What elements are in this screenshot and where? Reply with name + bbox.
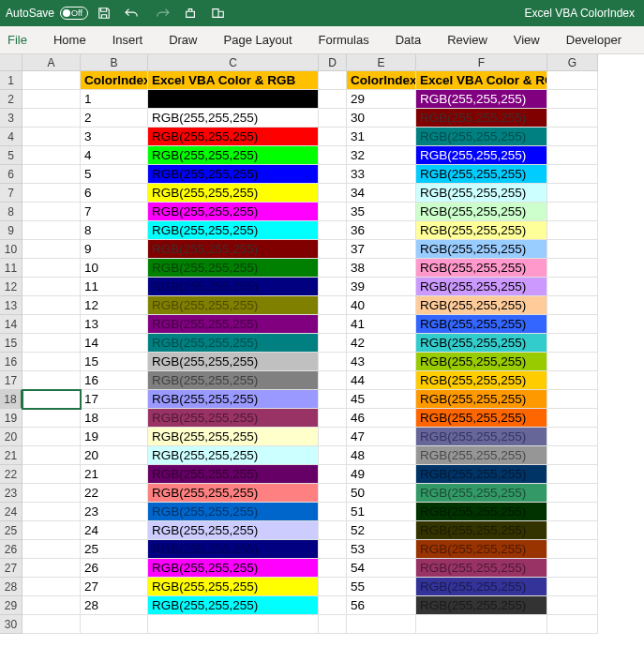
cell[interactable]: 14 xyxy=(81,334,148,353)
cell[interactable]: RGB(255,255,255) xyxy=(148,146,319,165)
cell[interactable]: 12 xyxy=(81,296,148,315)
cell[interactable]: 30 xyxy=(347,109,416,128)
undo-icon[interactable] xyxy=(124,7,141,20)
row-header[interactable]: 2 xyxy=(0,90,22,109)
cell[interactable]: RGB(255,255,255) xyxy=(416,240,547,259)
cell[interactable]: RGB(255,255,255) xyxy=(148,296,319,315)
row-header[interactable]: 25 xyxy=(0,521,22,540)
cell[interactable]: 33 xyxy=(347,165,416,184)
cell[interactable] xyxy=(148,615,319,634)
cell[interactable] xyxy=(319,521,347,540)
cell[interactable]: RGB(255,255,255) xyxy=(416,296,547,315)
tab-home[interactable]: Home xyxy=(53,33,86,47)
cell[interactable] xyxy=(547,146,598,165)
tab-file[interactable]: File xyxy=(7,33,27,47)
column-header[interactable]: C xyxy=(148,54,319,71)
cell[interactable] xyxy=(319,109,347,128)
cell[interactable] xyxy=(347,615,416,634)
cell[interactable] xyxy=(22,446,81,465)
cell[interactable] xyxy=(547,203,598,221)
cell[interactable]: 54 xyxy=(347,559,416,578)
cell[interactable]: 6 xyxy=(81,184,148,203)
cell[interactable] xyxy=(547,221,598,240)
cell[interactable]: RGB(255,255,255) xyxy=(148,221,319,240)
tab-developer[interactable]: Developer xyxy=(566,33,622,47)
column-header[interactable]: D xyxy=(319,54,347,71)
cell[interactable]: RGB(255,255,255) xyxy=(416,334,547,353)
cell[interactable]: RGB(255,255,255) xyxy=(148,184,319,203)
cell[interactable] xyxy=(319,203,347,221)
cell[interactable]: RGB(255,255,255) xyxy=(148,203,319,221)
cell[interactable]: 29 xyxy=(347,90,416,109)
cell[interactable] xyxy=(81,615,148,634)
cell[interactable] xyxy=(319,165,347,184)
row-header[interactable]: 26 xyxy=(0,540,22,559)
cell[interactable] xyxy=(547,521,598,540)
cell[interactable]: RGB(255,255,255) xyxy=(148,259,319,278)
cell[interactable] xyxy=(319,296,347,315)
cell[interactable]: RGB(255,255,255) xyxy=(416,203,547,221)
row-header[interactable]: 20 xyxy=(0,428,22,446)
cell[interactable]: 4 xyxy=(81,146,148,165)
cell[interactable] xyxy=(547,334,598,353)
cell[interactable] xyxy=(547,128,598,146)
cell[interactable] xyxy=(547,578,598,596)
autosave-control[interactable]: AutoSave Off xyxy=(6,7,82,20)
paste-dropdown-icon[interactable] xyxy=(210,7,227,20)
cell[interactable] xyxy=(319,334,347,353)
column-header[interactable]: A xyxy=(22,54,81,71)
row-header[interactable]: 1 xyxy=(0,71,22,90)
cell[interactable] xyxy=(319,353,347,371)
cell[interactable] xyxy=(22,521,81,540)
cell[interactable] xyxy=(319,128,347,146)
cell[interactable] xyxy=(22,353,81,371)
tab-formulas[interactable]: Formulas xyxy=(319,33,369,47)
cell[interactable] xyxy=(22,465,81,484)
cell[interactable]: RGB(255,255,255) xyxy=(148,559,319,578)
cell[interactable] xyxy=(319,278,347,296)
row-header[interactable]: 28 xyxy=(0,578,22,596)
cell[interactable]: RGB(255,255,255) xyxy=(148,578,319,596)
cell[interactable] xyxy=(319,596,347,615)
row-header[interactable]: 7 xyxy=(0,184,22,203)
cell[interactable] xyxy=(319,315,347,334)
cell[interactable]: RGB(255,255,255) xyxy=(148,390,319,409)
cell[interactable]: 28 xyxy=(81,596,148,615)
row-header[interactable]: 23 xyxy=(0,484,22,503)
cell[interactable] xyxy=(22,615,81,634)
cell[interactable]: 26 xyxy=(81,559,148,578)
cell[interactable] xyxy=(547,428,598,446)
cell[interactable] xyxy=(22,221,81,240)
cell[interactable] xyxy=(22,559,81,578)
cell[interactable]: RGB(255,255,255) xyxy=(148,409,319,428)
cell[interactable]: 45 xyxy=(347,390,416,409)
cell[interactable] xyxy=(22,259,81,278)
cell[interactable] xyxy=(547,371,598,390)
cell[interactable]: 10 xyxy=(81,259,148,278)
cell[interactable]: RGB(255,255,255) xyxy=(148,109,319,128)
cell[interactable] xyxy=(319,615,347,634)
cell[interactable]: 13 xyxy=(81,315,148,334)
cell[interactable]: 49 xyxy=(347,465,416,484)
tab-page-layout[interactable]: Page Layout xyxy=(224,33,292,47)
cell[interactable]: RGB(255,255,255) xyxy=(416,465,547,484)
cell[interactable]: 41 xyxy=(347,315,416,334)
cell[interactable]: 32 xyxy=(347,146,416,165)
row-header[interactable]: 24 xyxy=(0,503,22,521)
cell[interactable] xyxy=(22,203,81,221)
cell[interactable]: 25 xyxy=(81,540,148,559)
cell[interactable] xyxy=(22,409,81,428)
cell[interactable]: RGB(255,255,255) xyxy=(416,484,547,503)
cell[interactable]: Excel VBA Color & RGB xyxy=(416,71,547,90)
cell[interactable]: 5 xyxy=(81,165,148,184)
cell[interactable] xyxy=(319,540,347,559)
cell[interactable] xyxy=(319,559,347,578)
column-header[interactable]: E xyxy=(347,54,416,71)
cell[interactable] xyxy=(547,540,598,559)
cell[interactable] xyxy=(547,259,598,278)
cell[interactable] xyxy=(319,71,347,90)
cell[interactable]: 43 xyxy=(347,353,416,371)
cell[interactable] xyxy=(319,184,347,203)
cell[interactable]: 56 xyxy=(347,596,416,615)
cell[interactable]: 44 xyxy=(347,371,416,390)
